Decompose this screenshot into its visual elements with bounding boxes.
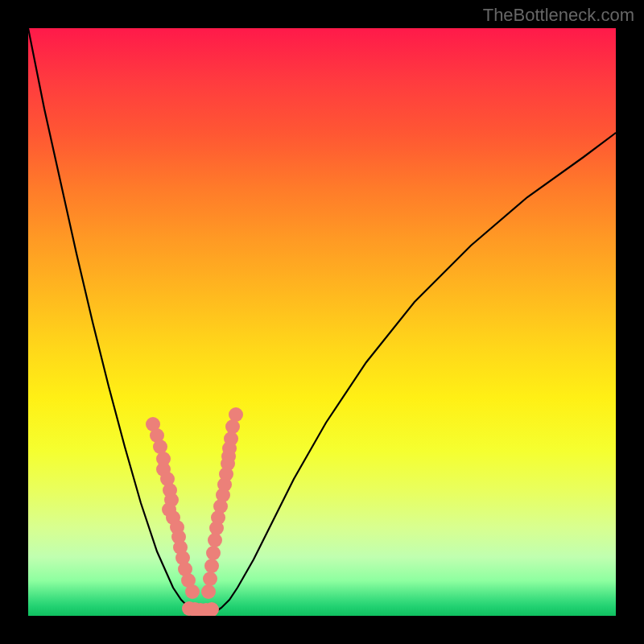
watermark-text: TheBottleneck.com [483, 5, 634, 26]
data-point [204, 559, 219, 573]
chart-svg [28, 28, 616, 616]
data-point [203, 572, 217, 586]
data-point [206, 546, 221, 560]
data-point [185, 584, 200, 599]
data-dots [146, 407, 243, 616]
right-curve [213, 133, 616, 613]
data-point [201, 584, 216, 599]
data-point [208, 533, 222, 547]
